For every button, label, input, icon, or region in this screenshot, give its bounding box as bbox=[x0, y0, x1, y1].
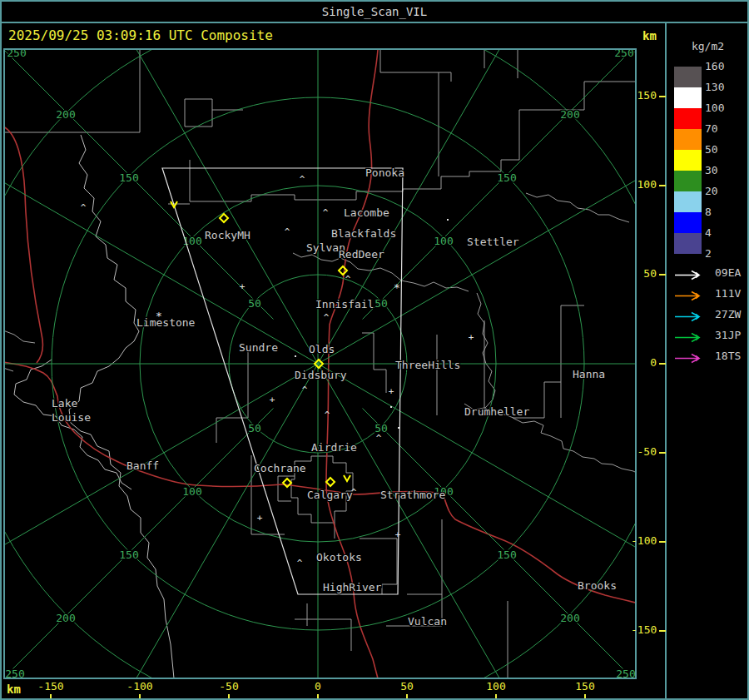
x-axis-tick bbox=[584, 694, 586, 700]
legend-unit-label: kg/m2 bbox=[667, 40, 749, 52]
range-ring-label: 200 bbox=[56, 612, 75, 624]
range-ring-label: 200 bbox=[56, 108, 75, 121]
range-ring-label: 150 bbox=[497, 549, 516, 561]
vector-id-label: 111V bbox=[715, 289, 741, 299]
town-label: Innisfail bbox=[315, 298, 374, 310]
y-axis-tick-label: 0 bbox=[631, 357, 657, 369]
town-marker: ^ bbox=[300, 174, 305, 185]
y-axis-tick-label: -150 bbox=[631, 624, 657, 636]
x-axis-tick bbox=[50, 694, 52, 700]
town-marker: ^ bbox=[376, 433, 382, 444]
x-axis-tick bbox=[228, 694, 230, 700]
town-label: ThreeHills bbox=[395, 359, 460, 371]
vector-id-label: 31JP bbox=[715, 330, 741, 340]
scale-value: 4 bbox=[705, 227, 738, 239]
town-marker: ^ bbox=[345, 274, 351, 285]
x-axis-tick bbox=[317, 694, 319, 700]
town-label: Limestone bbox=[136, 316, 196, 329]
range-ring-label: 50 bbox=[248, 297, 261, 310]
scale-value: 100 bbox=[705, 102, 738, 114]
app-frame: Single_Scan_VIL 2025/09/25 03:09:16 UTC … bbox=[0, 0, 749, 700]
town-label: Stettler bbox=[467, 236, 519, 248]
y-axis-tick-label: 150 bbox=[631, 90, 657, 102]
town-label: HighRiver bbox=[323, 581, 382, 593]
y-axis-tick-label: -50 bbox=[631, 446, 657, 458]
y-axis-tick bbox=[659, 274, 666, 276]
scale-band bbox=[674, 108, 702, 129]
town-label: Drumheller bbox=[464, 405, 529, 418]
town-label: Vulcan bbox=[408, 615, 447, 628]
town-marker: ^ bbox=[81, 202, 87, 213]
range-ring-label: 150 bbox=[497, 171, 516, 184]
town-label: Blackfalds bbox=[331, 227, 396, 240]
town-label: Sundre bbox=[239, 341, 278, 354]
range-ring-label: 100 bbox=[182, 485, 201, 498]
town-label: RedDeer bbox=[339, 248, 384, 261]
town-marker bbox=[447, 219, 449, 221]
scale-band bbox=[674, 150, 702, 171]
town-marker: + bbox=[389, 386, 394, 397]
town-label: Didsbury bbox=[295, 369, 347, 381]
scale-band bbox=[674, 233, 702, 254]
vector-row: 27ZW bbox=[674, 310, 706, 321]
scale-value: 130 bbox=[705, 82, 738, 93]
radar-map-canvas[interactable]: 5010015020025050100150200250501001502002… bbox=[2, 2, 749, 700]
y-axis-tick bbox=[659, 96, 666, 97]
y-axis-tick bbox=[659, 630, 666, 632]
x-axis-tick-label: -150 bbox=[32, 681, 69, 693]
town-label: Hanna bbox=[573, 368, 605, 380]
x-axis-tick-label: -50 bbox=[211, 681, 247, 693]
range-ring-label: 200 bbox=[560, 612, 579, 624]
legend-panel: kg/m2 16013010070503020842 09EA111V27ZW3… bbox=[667, 23, 749, 700]
range-ring-label: 150 bbox=[119, 171, 138, 184]
x-axis-unit-label: km bbox=[7, 683, 21, 696]
x-axis-tick-label: -100 bbox=[122, 681, 158, 693]
vector-id-label: 18TS bbox=[715, 351, 741, 361]
radar-site-marker bbox=[220, 214, 228, 222]
scale-value: 20 bbox=[705, 186, 738, 197]
x-axis-tick bbox=[495, 694, 497, 700]
town-marker: ^ bbox=[325, 410, 330, 420]
scale-value: 70 bbox=[705, 123, 738, 135]
y-axis-tick-label: 100 bbox=[631, 179, 657, 191]
town-label: Banff bbox=[126, 459, 159, 472]
y-axis-tick bbox=[659, 363, 666, 365]
x-axis-tick-label: 150 bbox=[567, 681, 603, 693]
town-label: RockyMH bbox=[205, 229, 250, 241]
radar-site-marker bbox=[326, 478, 335, 486]
111v-arrow-icon bbox=[674, 290, 706, 301]
town-marker: ^ bbox=[302, 385, 308, 395]
range-ring-label: 200 bbox=[560, 108, 579, 121]
scale-band bbox=[674, 171, 702, 191]
town-label: Lake bbox=[52, 397, 77, 410]
scale-band bbox=[674, 67, 702, 87]
town-label: Calgary bbox=[307, 489, 353, 501]
scale-value: 2 bbox=[705, 248, 738, 260]
scale-value: 8 bbox=[705, 206, 738, 218]
scale-value: 50 bbox=[705, 144, 738, 156]
town-label: Louise bbox=[52, 411, 91, 424]
town-marker: + bbox=[469, 332, 474, 343]
town-marker: + bbox=[240, 281, 246, 292]
town-marker: ^ bbox=[324, 312, 330, 323]
vector-id-label: 27ZW bbox=[715, 310, 741, 320]
18ts-arrow-icon bbox=[674, 353, 706, 364]
x-axis-tick bbox=[406, 694, 408, 700]
town-label: Airdrie bbox=[311, 441, 357, 454]
scale-value: 30 bbox=[705, 165, 738, 176]
town-label: Cochrane bbox=[254, 462, 306, 474]
range-ring-label: 50 bbox=[248, 422, 261, 434]
x-axis-tick-label: 50 bbox=[389, 681, 425, 693]
town-marker: + bbox=[395, 529, 401, 540]
storm-vector-marker bbox=[344, 475, 350, 481]
scale-band bbox=[674, 191, 702, 212]
town-label: Ponoka bbox=[365, 166, 404, 179]
vector-row: 18TS bbox=[674, 351, 706, 363]
town-marker: * bbox=[156, 310, 162, 322]
x-axis-tick bbox=[139, 694, 141, 700]
vector-row: 09EA bbox=[674, 268, 706, 280]
09ea-arrow-icon bbox=[674, 270, 706, 280]
town-label: Lacombe bbox=[344, 206, 389, 219]
range-ring-label: 150 bbox=[119, 549, 138, 561]
y-axis-tick-label: -100 bbox=[631, 535, 657, 547]
